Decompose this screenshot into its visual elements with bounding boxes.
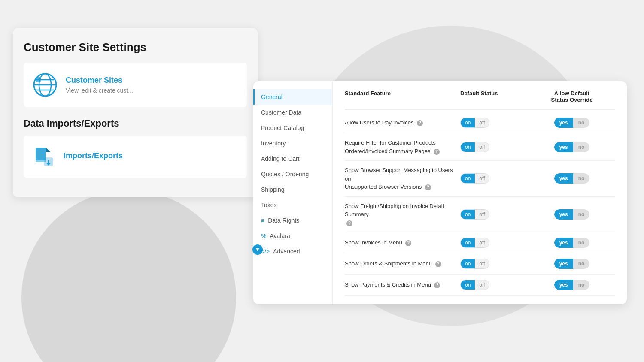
tooltip-icon[interactable]: ? [417,120,423,126]
toggle-on-btn[interactable]: on [461,259,475,268]
yes-no-toggle[interactable]: yes no [554,280,590,290]
toggle-off-btn[interactable]: off [475,210,489,219]
yes-btn[interactable]: yes [554,118,573,128]
lines-icon: ≡ [261,217,264,224]
col-header-override: Allow DefaultStatus Override [529,90,615,103]
toggle-off-btn[interactable]: off [475,142,489,152]
no-btn[interactable]: no [573,280,590,290]
no-btn[interactable]: no [573,142,590,152]
tooltip-icon[interactable]: ? [405,240,411,246]
override-cell: yes no [529,209,615,220]
nav-label-inventory: Inventory [261,140,286,147]
feature-text: Show Orders & Shipments in Menu ? [345,259,460,268]
on-off-toggle[interactable]: on off [460,238,489,248]
sidebar-nav: General Customer Data Product Catalog In… [253,81,333,304]
no-btn[interactable]: no [573,238,590,248]
imports-exports-title: Imports/Exports [64,151,123,160]
default-status-cell: on off [460,280,529,290]
toggle-off-btn[interactable]: off [475,174,489,183]
tooltip-icon[interactable]: ? [434,282,440,288]
yes-no-toggle[interactable]: yes no [554,118,590,128]
yes-btn[interactable]: yes [554,209,573,220]
nav-item-data-rights[interactable]: ≡ Data Rights [253,213,332,228]
feature-text: Allow Users to Pay Invoices ? [345,118,460,127]
nav-item-avalara[interactable]: % Avalara [253,228,332,244]
toggle-off-btn[interactable]: off [475,118,489,127]
toggle-on-btn[interactable]: on [461,174,475,183]
nav-label-product-catalog: Product Catalog [261,124,304,131]
no-btn[interactable]: no [573,259,590,269]
customer-sites-card[interactable]: Customer Sites View, edit & create cust.… [24,63,247,107]
table-row: Show Browser Support Messaging to Users … [345,161,615,197]
customer-sites-card-content: Customer Sites View, edit & create cust.… [66,76,133,94]
nav-label-general: General [261,94,283,100]
feature-text: Show Browser Support Messaging to Users … [345,166,460,191]
table-row: Show Freight/Shipping on Invoice Detail … [345,197,615,233]
override-cell: yes no [529,259,615,269]
yes-no-toggle[interactable]: yes no [554,173,590,184]
no-btn[interactable]: no [573,118,590,128]
feature-text: Show Payments & Credits in Menu ? [345,281,460,289]
nav-item-adding-to-cart[interactable]: Adding to Cart [253,151,332,166]
nav-item-shipping[interactable]: Shipping [253,182,332,197]
yes-btn[interactable]: yes [554,142,573,152]
nav-label-data-rights: Data Rights [268,217,299,224]
scroll-indicator: ▼ [252,244,263,255]
nav-item-taxes[interactable]: Taxes [253,197,332,213]
yes-no-toggle[interactable]: yes no [554,209,590,220]
yes-no-toggle[interactable]: yes no [554,238,590,248]
imports-exports-card-content: Imports/Exports [64,151,123,163]
override-cell: yes no [529,173,615,184]
no-btn[interactable]: no [573,173,590,184]
default-status-cell: on off [460,238,529,248]
left-panel-title: Customer Site Settings [24,41,247,54]
nav-item-general[interactable]: General [253,89,332,105]
globe-icon [32,72,58,98]
nav-label-adding-to-cart: Adding to Cart [261,155,300,162]
nav-item-product-catalog[interactable]: Product Catalog [253,120,332,136]
nav-item-customer-data[interactable]: Customer Data [253,105,332,120]
nav-label-quotes-ordering: Quotes / Ordering [261,171,309,178]
on-off-toggle[interactable]: on off [460,142,489,152]
on-off-toggle[interactable]: on off [460,259,489,269]
col-header-feature: Standard Feature [345,90,460,103]
table-row: Show Invoices in Menu ? on off yes no [345,232,615,253]
toggle-on-btn[interactable]: on [461,118,475,127]
toggle-off-btn[interactable]: off [475,238,489,247]
imports-exports-card[interactable]: Imports/Exports [24,136,247,178]
nav-item-advanced[interactable]: </> Advanced [253,244,332,259]
yes-btn[interactable]: yes [554,280,573,290]
tooltip-icon[interactable]: ? [425,184,431,190]
svg-marker-7 [46,148,50,152]
toggle-on-btn[interactable]: on [461,142,475,152]
nav-label-advanced: Advanced [273,248,300,255]
yes-btn[interactable]: yes [554,259,573,269]
toggle-on-btn[interactable]: on [461,280,475,290]
nav-item-inventory[interactable]: Inventory [253,136,332,151]
on-off-toggle[interactable]: on off [460,173,489,184]
toggle-on-btn[interactable]: on [461,238,475,247]
feature-text: Require Filter for Customer ProductsOrde… [345,139,460,155]
on-off-toggle[interactable]: on off [460,118,489,128]
on-off-toggle[interactable]: on off [460,209,489,220]
table-row: Show Orders & Shipments in Menu ? on off… [345,253,615,275]
nav-item-quotes-ordering[interactable]: Quotes / Ordering [253,166,332,182]
default-status-cell: on off [460,209,529,220]
yes-no-toggle[interactable]: yes no [554,259,590,269]
default-status-cell: on off [460,173,529,184]
right-panel: General Customer Data Product Catalog In… [253,81,627,304]
customer-sites-desc: View, edit & create cust... [66,87,133,94]
yes-no-toggle[interactable]: yes no [554,142,590,152]
no-btn[interactable]: no [573,209,590,220]
toggle-on-btn[interactable]: on [461,210,475,219]
import-export-icon [32,145,56,169]
tooltip-icon[interactable]: ? [435,261,441,267]
yes-btn[interactable]: yes [554,238,573,248]
toggle-off-btn[interactable]: off [475,280,489,290]
override-cell: yes no [529,142,615,152]
tooltip-icon[interactable]: ? [434,149,440,155]
yes-btn[interactable]: yes [554,173,573,184]
tooltip-icon[interactable]: ? [346,220,352,226]
toggle-off-btn[interactable]: off [475,259,489,268]
on-off-toggle[interactable]: on off [460,280,489,290]
